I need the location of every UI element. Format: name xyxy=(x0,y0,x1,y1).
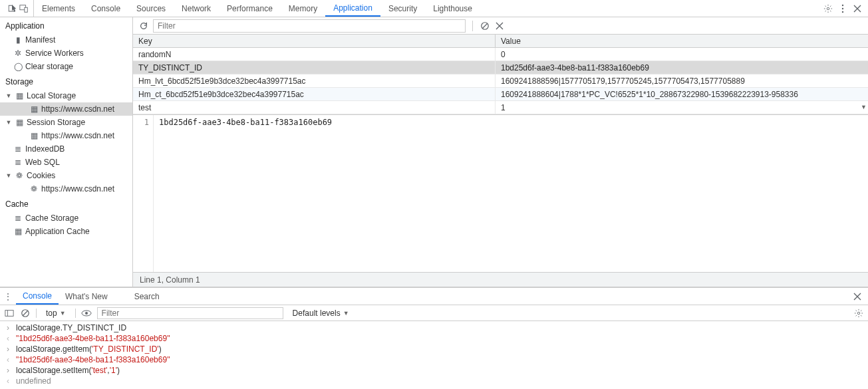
sidebar-label: Local Storage xyxy=(27,91,76,100)
console-settings-icon[interactable] xyxy=(853,308,864,319)
sidebar-item-app-cache[interactable]: ▦Application Cache xyxy=(0,225,132,238)
storage-toolbar xyxy=(133,17,868,35)
sidebar-section-cache: Cache xyxy=(0,195,132,211)
sidebar-item-websql[interactable]: ≣Web SQL xyxy=(0,156,132,169)
status-bar: Line 1, Column 1 xyxy=(133,272,868,287)
close-devtools-icon[interactable] xyxy=(852,3,863,14)
db-icon: ≣ xyxy=(13,213,23,223)
refresh-icon[interactable] xyxy=(138,21,149,31)
clear-all-icon[interactable] xyxy=(480,21,490,31)
sidebar-item-local-storage[interactable]: ▼▦Local Storage xyxy=(0,89,132,102)
panel-tab-security[interactable]: Security xyxy=(380,0,425,17)
chevron-down-icon: ▼ xyxy=(5,172,12,179)
sidebar-label: https://www.csdn.net xyxy=(41,131,114,140)
drawer-tab-console[interactable]: Console xyxy=(16,288,59,305)
kebab-menu-icon[interactable]: ⋮ xyxy=(0,288,16,305)
settings-icon[interactable] xyxy=(823,3,833,14)
console-text: localStorage.getItem('TY_DISTINCT_ID') xyxy=(16,344,865,354)
prompt-in-icon: › xyxy=(7,366,16,375)
top-right-icons xyxy=(817,0,868,17)
chevron-down-icon[interactable]: ▼ xyxy=(861,104,867,110)
svg-point-11 xyxy=(857,312,860,315)
table-row[interactable]: TY_DISTINCT_ID1bd25d6f-aae3-4be8-ba11-f3… xyxy=(133,61,868,74)
levels-label: Default levels xyxy=(293,309,341,318)
chevron-down-icon: ▼ xyxy=(343,310,349,317)
storage-filter-input[interactable] xyxy=(153,19,466,33)
gear-icon: ✲ xyxy=(13,49,23,58)
device-toggle-icon[interactable] xyxy=(19,3,29,14)
context-selector[interactable]: top▼ xyxy=(42,307,70,319)
prompt-out-icon: ‹ xyxy=(7,355,16,364)
storage-table-body: randomN0TY_DISTINCT_ID1bd25d6f-aae3-4be8… xyxy=(133,48,868,114)
console-drawer: ⋮ Console What's New Search top▼ Default… xyxy=(0,287,868,389)
preview-content[interactable]: 1bd25d6f-aae3-4be8-ba11-f383a160eb69 xyxy=(153,115,868,272)
panel-tabs: ElementsConsoleSourcesNetworkPerformance… xyxy=(34,0,480,17)
panel-tab-application[interactable]: Application xyxy=(325,0,380,17)
console-line: ‹"1bd25d6f-aae3-4be8-ba11-f383a160eb69" xyxy=(0,354,868,365)
console-output[interactable]: ›localStorage.TY_DISTINCT_ID‹"1bd25d6f-a… xyxy=(0,321,868,389)
table-row[interactable]: test1▼ xyxy=(133,101,868,114)
console-filter-input[interactable] xyxy=(97,307,283,319)
db-icon: ≣ xyxy=(13,144,23,154)
panel-tab-network[interactable]: Network xyxy=(174,0,219,17)
prompt-out-icon: ‹ xyxy=(7,334,16,343)
context-label: top xyxy=(46,309,57,318)
sidebar-item-cookies[interactable]: ▼❁Cookies xyxy=(0,169,132,182)
cell-value: 0 xyxy=(496,48,868,61)
col-header-value[interactable]: Value xyxy=(496,35,868,47)
drawer-tab-search[interactable]: Search xyxy=(128,288,166,305)
db-icon: ≣ xyxy=(13,158,23,167)
sidebar-origin-local[interactable]: ▦https://www.csdn.net xyxy=(0,102,132,116)
panel-tab-performance[interactable]: Performance xyxy=(219,0,281,17)
panel-tab-console[interactable]: Console xyxy=(83,0,128,17)
top-left-icons xyxy=(3,0,34,17)
clear-console-icon[interactable] xyxy=(20,308,31,319)
kebab-menu-icon[interactable] xyxy=(837,3,848,14)
cell-key: Hm_lvt_6bcd52f51e9b3dce32bec4a3997715ac xyxy=(133,74,496,87)
sidebar-label: Session Storage xyxy=(27,118,85,127)
sidebar-label: https://www.csdn.net xyxy=(41,104,114,114)
preview-line-number: 1 xyxy=(133,115,153,272)
sidebar-item-clear-storage[interactable]: ◯Clear storage xyxy=(0,60,132,73)
table-row[interactable]: Hm_ct_6bcd52f51e9b3dce32bec4a3997715ac16… xyxy=(133,88,868,101)
panel-tab-memory[interactable]: Memory xyxy=(281,0,325,17)
sidebar-label: IndexedDB xyxy=(25,144,65,154)
svg-rect-7 xyxy=(5,310,13,316)
sidebar-origin-session[interactable]: ▦https://www.csdn.net xyxy=(0,129,132,142)
panel-tab-lighthouse[interactable]: Lighthouse xyxy=(425,0,480,17)
table-row[interactable]: Hm_lvt_6bcd52f51e9b3dce32bec4a3997715ac1… xyxy=(133,74,868,88)
table-row[interactable]: randomN0 xyxy=(133,48,868,61)
console-text: "1bd25d6f-aae3-4be8-ba11-f383a160eb69" xyxy=(16,355,865,364)
sidebar-item-service-workers[interactable]: ✲Service Workers xyxy=(0,47,132,60)
panel-tab-elements[interactable]: Elements xyxy=(34,0,83,17)
console-sidebar-toggle-icon[interactable] xyxy=(4,308,15,319)
cell-key: TY_DISTINCT_ID xyxy=(133,61,496,74)
sidebar-item-cache-storage[interactable]: ≣Cache Storage xyxy=(0,211,132,225)
log-level-selector[interactable]: Default levels▼ xyxy=(289,307,353,319)
sidebar-item-manifest[interactable]: ▮Manifest xyxy=(0,33,132,47)
console-line: ›localStorage.setItem('test','1') xyxy=(0,365,868,376)
sidebar-item-session-storage[interactable]: ▼▦Session Storage xyxy=(0,116,132,129)
value-preview-pane: 1 1bd25d6f-aae3-4be8-ba11-f383a160eb69 xyxy=(133,114,868,272)
drawer-tab-strip: ⋮ Console What's New Search xyxy=(0,288,868,305)
console-text: localStorage.setItem('test','1') xyxy=(16,366,865,375)
sidebar-origin-cookies[interactable]: ❁https://www.csdn.net xyxy=(0,182,132,195)
sidebar-label: Manifest xyxy=(25,35,55,45)
svg-point-5 xyxy=(842,11,843,12)
delete-selected-icon[interactable] xyxy=(494,21,505,31)
prompt-in-icon: › xyxy=(7,344,16,354)
inspect-icon[interactable] xyxy=(7,3,17,14)
separator xyxy=(472,21,473,31)
storage-icon: ▦ xyxy=(13,227,23,236)
sidebar-item-indexeddb[interactable]: ≣IndexedDB xyxy=(0,142,132,156)
col-header-key[interactable]: Key xyxy=(133,35,496,47)
drawer-tab-whats-new[interactable]: What's New xyxy=(59,288,114,305)
console-line: ›localStorage.getItem('TY_DISTINCT_ID') xyxy=(0,344,868,354)
sidebar-label: https://www.csdn.net xyxy=(41,184,114,194)
live-expression-icon[interactable] xyxy=(81,308,92,319)
sidebar-label: Web SQL xyxy=(25,158,60,167)
console-text: localStorage.TY_DISTINCT_ID xyxy=(16,323,865,332)
close-drawer-icon[interactable] xyxy=(847,288,868,305)
chevron-down-icon: ▼ xyxy=(60,310,66,317)
panel-tab-sources[interactable]: Sources xyxy=(128,0,174,17)
